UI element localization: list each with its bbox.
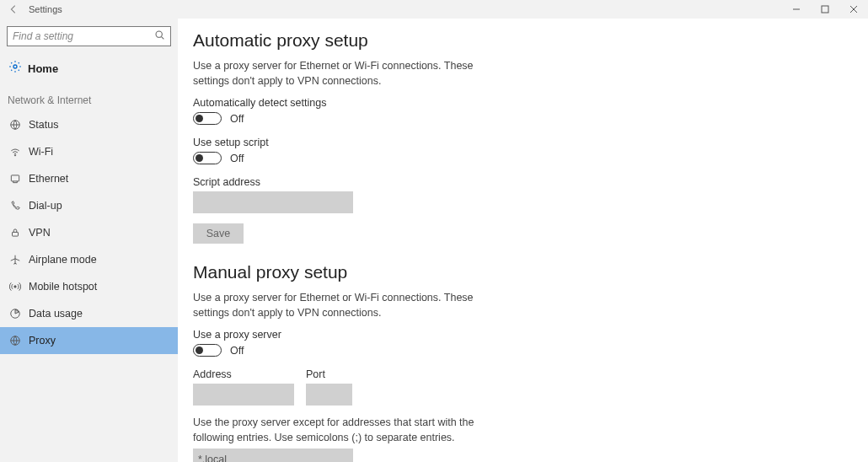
back-button[interactable] [0, 3, 27, 15]
titlebar: Settings [0, 0, 868, 19]
svg-point-4 [156, 31, 162, 37]
search-input-wrap[interactable] [7, 26, 171, 46]
wifi-icon [8, 146, 21, 158]
sidebar-item-label: Proxy [29, 335, 56, 346]
data-icon [8, 308, 21, 320]
address-input[interactable] [193, 384, 294, 406]
auto-proxy-heading: Automatic proxy setup [193, 30, 868, 51]
sidebar-item-status[interactable]: Status [0, 111, 178, 138]
manual-proxy-heading: Manual proxy setup [193, 262, 868, 282]
svg-rect-1 [822, 6, 828, 13]
svg-rect-10 [12, 232, 18, 236]
sidebar-item-wifi[interactable]: Wi-Fi [0, 138, 178, 165]
proxy-icon [8, 335, 21, 346]
use-proxy-toggle[interactable] [193, 344, 222, 357]
exceptions-input[interactable] [193, 449, 353, 462]
exceptions-desc: Use the proxy server except for addresse… [193, 416, 496, 445]
sidebar-item-dialup[interactable]: Dial-up [0, 192, 178, 219]
vpn-icon [8, 227, 21, 239]
dialup-icon [8, 200, 21, 212]
sidebar-item-label: Airplane mode [29, 254, 97, 266]
auto-save-button[interactable]: Save [193, 223, 244, 244]
sidebar-item-datausage[interactable]: Data usage [0, 300, 178, 327]
airplane-icon [8, 254, 21, 266]
sidebar-home[interactable]: Home [0, 54, 178, 83]
search-input[interactable] [13, 30, 154, 42]
sidebar-item-label: Wi-Fi [29, 146, 53, 158]
detect-settings-toggle[interactable] [193, 112, 222, 125]
hotspot-icon [8, 281, 21, 293]
ethernet-icon [8, 173, 21, 185]
close-button[interactable] [839, 0, 868, 19]
content-pane: Automatic proxy setup Use a proxy server… [178, 19, 868, 462]
setup-script-toggle[interactable] [193, 152, 222, 164]
use-proxy-state: Off [230, 345, 244, 357]
window-controls [782, 0, 868, 19]
sidebar-item-label: VPN [29, 227, 51, 239]
port-label: Port [306, 368, 352, 380]
setup-script-label: Use setup script [193, 137, 868, 148]
window-title: Settings [27, 4, 62, 14]
sidebar: Home Network & Internet Status Wi-Fi Eth… [0, 19, 178, 462]
sidebar-item-label: Dial-up [29, 200, 62, 212]
script-address-label: Script address [193, 176, 868, 188]
sidebar-item-proxy[interactable]: Proxy [0, 327, 178, 354]
sidebar-home-label: Home [28, 62, 58, 75]
auto-proxy-desc: Use a proxy server for Ethernet or Wi-Fi… [193, 59, 496, 89]
setup-script-state: Off [230, 153, 244, 164]
svg-point-11 [13, 286, 15, 287]
sidebar-item-label: Mobile hotspot [29, 281, 97, 293]
port-input[interactable] [306, 384, 352, 406]
sidebar-item-ethernet[interactable]: Ethernet [0, 165, 178, 192]
sidebar-item-label: Status [29, 119, 58, 131]
minimize-button[interactable] [782, 0, 811, 19]
detect-settings-label: Automatically detect settings [193, 97, 868, 109]
manual-proxy-desc: Use a proxy server for Ethernet or Wi-Fi… [193, 291, 496, 320]
svg-rect-9 [11, 175, 19, 181]
sidebar-item-vpn[interactable]: VPN [0, 219, 178, 246]
sidebar-category: Network & Internet [0, 83, 178, 111]
detect-settings-state: Off [230, 113, 244, 125]
svg-point-6 [13, 65, 17, 68]
gear-icon [8, 60, 22, 77]
svg-point-8 [14, 155, 15, 156]
sidebar-item-label: Ethernet [29, 173, 68, 185]
use-proxy-label: Use a proxy server [193, 329, 868, 341]
sidebar-item-airplane[interactable]: Airplane mode [0, 246, 178, 273]
status-icon [8, 119, 21, 131]
maximize-button[interactable] [811, 0, 839, 19]
address-label: Address [193, 368, 294, 380]
svg-line-5 [162, 37, 164, 40]
sidebar-item-label: Data usage [29, 308, 83, 320]
script-address-input[interactable] [193, 191, 353, 213]
search-icon [154, 29, 165, 44]
sidebar-item-hotspot[interactable]: Mobile hotspot [0, 273, 178, 300]
